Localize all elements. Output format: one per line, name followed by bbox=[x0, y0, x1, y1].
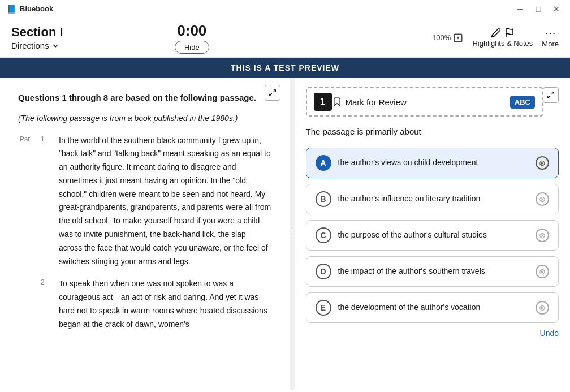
highlights-notes-icons bbox=[491, 28, 515, 38]
option-circle-b: B bbox=[316, 191, 331, 207]
svg-line-4 bbox=[273, 90, 275, 92]
pane-divider[interactable]: · · · bbox=[290, 78, 295, 390]
mark-for-review-label: Mark for Review bbox=[346, 97, 407, 107]
passage-pane: Questions 1 through 8 are based on the f… bbox=[0, 78, 290, 390]
option-eliminate-d[interactable]: ⊗ bbox=[536, 265, 549, 278]
option-text-c: the purpose of the author's cultural stu… bbox=[338, 229, 529, 241]
option-circle-a: A bbox=[316, 155, 331, 171]
paragraph-2-num: 2 bbox=[41, 278, 50, 331]
option-eliminate-c[interactable]: ⊗ bbox=[536, 229, 549, 242]
expand-right-button[interactable] bbox=[543, 87, 559, 103]
hide-button[interactable]: Hide bbox=[175, 41, 209, 54]
abc-badge: ABC bbox=[510, 96, 535, 109]
paragraph-1-num: 1 bbox=[41, 135, 50, 269]
mark-for-review-button[interactable]: Mark for Review bbox=[332, 97, 510, 107]
section-title: Section I bbox=[11, 25, 63, 40]
expand-left-button[interactable] bbox=[265, 85, 280, 101]
option-circle-d: D bbox=[316, 264, 331, 279]
answer-option-e[interactable]: E the development of the author's vocati… bbox=[306, 292, 559, 323]
more-dots-icon: ⋯ bbox=[545, 27, 556, 38]
zoom-icon bbox=[453, 33, 463, 43]
paragraph-1-text: In the world of the southern black commu… bbox=[59, 134, 271, 269]
minimize-button[interactable]: ─ bbox=[513, 2, 527, 16]
paragraph-1: Par. 1 In the world of the southern blac… bbox=[18, 134, 271, 269]
option-text-b: the author's influence on literary tradi… bbox=[338, 193, 529, 205]
window-controls: ─ □ ✕ bbox=[513, 2, 563, 16]
option-text-e: the development of the author's vocation bbox=[338, 301, 529, 313]
answer-option-a[interactable]: A the author's views on child developmen… bbox=[306, 148, 559, 178]
timer-display: 0:00 bbox=[177, 22, 206, 40]
expand-icon bbox=[269, 89, 277, 97]
question-pane: 1 Mark for Review ABC The passage is pri… bbox=[295, 78, 571, 390]
directions-button[interactable]: Directions bbox=[11, 41, 63, 50]
test-preview-banner: THIS IS A TEST PREVIEW bbox=[0, 58, 570, 78]
zoom-level: 100% bbox=[432, 33, 451, 42]
answer-option-b[interactable]: B the author's influence on literary tra… bbox=[306, 184, 559, 214]
header-right: 100% Highlights & Notes ⋯ More bbox=[432, 27, 559, 48]
option-text-a: the author's views on child development bbox=[338, 157, 529, 169]
paragraph-2: Par. 2 To speak then when one was not sp… bbox=[18, 277, 271, 331]
flag-icon bbox=[504, 28, 515, 38]
question-text: The passage is primarily about bbox=[306, 126, 559, 139]
section-info: Section I Directions bbox=[11, 25, 63, 50]
undo-area: Undo bbox=[306, 329, 559, 338]
question-number: 1 bbox=[314, 93, 332, 111]
expand-right-icon bbox=[547, 91, 555, 99]
svg-line-7 bbox=[548, 96, 550, 98]
more-button[interactable]: ⋯ More bbox=[542, 27, 559, 48]
zoom-info: 100% bbox=[432, 33, 463, 43]
option-text-d: the impact of the author's southern trav… bbox=[338, 265, 529, 277]
undo-button[interactable]: Undo bbox=[540, 329, 559, 338]
passage-source: (The following passage is from a book pu… bbox=[18, 114, 271, 123]
passage-intro: Questions 1 through 8 are based on the f… bbox=[18, 92, 271, 105]
maximize-button[interactable]: □ bbox=[532, 2, 545, 16]
answer-option-d[interactable]: D the impact of the author's southern tr… bbox=[306, 256, 559, 287]
app-header: Section I Directions 0:00 Hide 100% High… bbox=[0, 18, 570, 58]
directions-label: Directions bbox=[11, 41, 49, 50]
more-label: More bbox=[542, 40, 559, 48]
timer-section: 0:00 Hide bbox=[175, 22, 209, 54]
app-icon: 📘 bbox=[7, 5, 16, 14]
main-content: Questions 1 through 8 are based on the f… bbox=[0, 78, 570, 390]
par-label: Par. bbox=[18, 135, 32, 269]
option-eliminate-e[interactable]: ⊗ bbox=[536, 301, 549, 315]
banner-text: THIS IS A TEST PREVIEW bbox=[231, 63, 339, 72]
option-eliminate-a[interactable]: ⊗ bbox=[536, 156, 549, 170]
answer-option-c[interactable]: C the purpose of the author's cultural s… bbox=[306, 220, 559, 251]
highlights-notes-label: Highlights & Notes bbox=[472, 39, 533, 48]
pen-icon bbox=[491, 28, 501, 38]
app-title: Bluebook bbox=[20, 5, 53, 13]
option-circle-e: E bbox=[316, 300, 331, 316]
question-header-area: 1 Mark for Review ABC bbox=[306, 87, 543, 117]
title-bar: 📘 Bluebook ─ □ ✕ bbox=[0, 0, 570, 18]
svg-line-5 bbox=[269, 93, 271, 96]
highlights-notes-button[interactable]: Highlights & Notes bbox=[472, 28, 533, 48]
option-circle-c: C bbox=[316, 227, 331, 243]
bookmark-icon bbox=[332, 97, 342, 107]
close-button[interactable]: ✕ bbox=[550, 2, 563, 16]
option-eliminate-b[interactable]: ⊗ bbox=[536, 192, 549, 206]
svg-line-6 bbox=[551, 92, 554, 94]
paragraph-2-text: To speak then when one was not spoken to… bbox=[59, 277, 271, 331]
chevron-down-icon bbox=[51, 42, 59, 50]
